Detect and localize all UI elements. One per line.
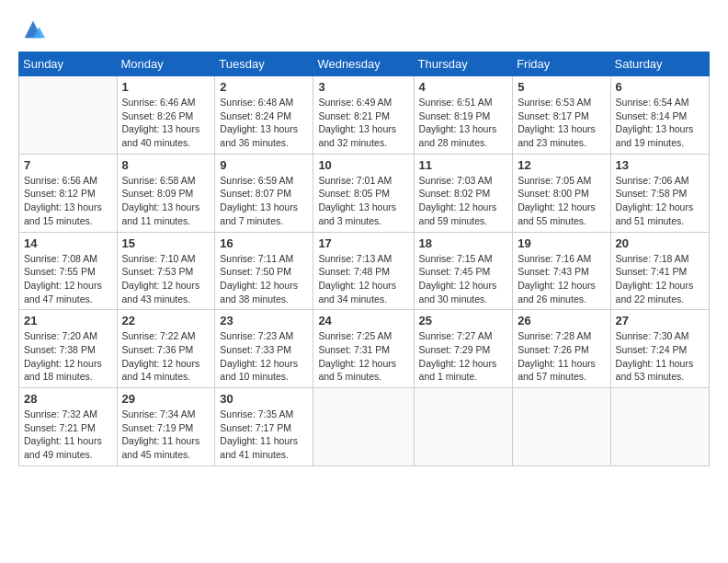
cell-info: Sunrise: 7:18 AMSunset: 7:41 PMDaylight:… bbox=[616, 252, 704, 306]
logo bbox=[18, 17, 46, 42]
calendar-cell: 6Sunrise: 6:54 AMSunset: 8:14 PMDaylight… bbox=[610, 76, 709, 155]
cell-date: 20 bbox=[616, 236, 704, 250]
cell-date: 3 bbox=[318, 80, 408, 94]
cell-info: Sunrise: 6:48 AMSunset: 8:24 PMDaylight:… bbox=[220, 96, 308, 150]
cell-date: 16 bbox=[220, 236, 308, 250]
calendar-header: SundayMondayTuesdayWednesdayThursdayFrid… bbox=[19, 52, 710, 76]
calendar-cell: 26Sunrise: 7:28 AMSunset: 7:26 PMDayligh… bbox=[513, 310, 610, 388]
cell-date: 29 bbox=[122, 392, 210, 406]
calendar-cell bbox=[610, 388, 709, 466]
calendar-cell: 4Sunrise: 6:51 AMSunset: 8:19 PMDaylight… bbox=[414, 76, 513, 155]
cell-info: Sunrise: 6:58 AMSunset: 8:09 PMDaylight:… bbox=[122, 174, 210, 228]
calendar-cell: 25Sunrise: 7:27 AMSunset: 7:29 PMDayligh… bbox=[414, 310, 513, 388]
cell-info: Sunrise: 7:06 AMSunset: 7:58 PMDaylight:… bbox=[616, 174, 704, 228]
cell-info: Sunrise: 7:22 AMSunset: 7:36 PMDaylight:… bbox=[122, 329, 210, 384]
day-header-tuesday: Tuesday bbox=[215, 52, 313, 76]
calendar-cell: 7Sunrise: 6:56 AMSunset: 8:12 PMDaylight… bbox=[19, 154, 118, 232]
cell-info: Sunrise: 7:27 AMSunset: 7:29 PMDaylight:… bbox=[419, 329, 508, 384]
calendar-cell: 29Sunrise: 7:34 AMSunset: 7:19 PMDayligh… bbox=[117, 388, 215, 466]
cell-date: 11 bbox=[419, 158, 508, 172]
cell-info: Sunrise: 7:23 AMSunset: 7:33 PMDaylight:… bbox=[220, 329, 308, 384]
calendar-cell: 24Sunrise: 7:25 AMSunset: 7:31 PMDayligh… bbox=[313, 310, 414, 388]
cell-date: 27 bbox=[616, 314, 704, 327]
cell-info: Sunrise: 6:46 AMSunset: 8:26 PMDaylight:… bbox=[122, 96, 210, 150]
week-row-2: 7Sunrise: 6:56 AMSunset: 8:12 PMDaylight… bbox=[19, 154, 710, 232]
days-of-week-row: SundayMondayTuesdayWednesdayThursdayFrid… bbox=[19, 52, 710, 76]
calendar-cell: 13Sunrise: 7:06 AMSunset: 7:58 PMDayligh… bbox=[610, 154, 709, 232]
calendar-cell: 28Sunrise: 7:32 AMSunset: 7:21 PMDayligh… bbox=[19, 388, 118, 466]
calendar-cell bbox=[513, 388, 610, 466]
cell-info: Sunrise: 7:08 AMSunset: 7:55 PMDaylight:… bbox=[24, 252, 112, 306]
calendar-cell: 16Sunrise: 7:11 AMSunset: 7:50 PMDayligh… bbox=[215, 232, 313, 310]
cell-date: 8 bbox=[122, 158, 210, 172]
calendar-cell: 1Sunrise: 6:46 AMSunset: 8:26 PMDaylight… bbox=[117, 76, 215, 155]
cell-info: Sunrise: 7:30 AMSunset: 7:24 PMDaylight:… bbox=[616, 329, 704, 384]
day-header-monday: Monday bbox=[117, 52, 215, 76]
cell-info: Sunrise: 7:20 AMSunset: 7:38 PMDaylight:… bbox=[24, 329, 112, 384]
cell-info: Sunrise: 7:11 AMSunset: 7:50 PMDaylight:… bbox=[220, 252, 308, 306]
calendar-cell: 14Sunrise: 7:08 AMSunset: 7:55 PMDayligh… bbox=[19, 232, 118, 310]
calendar-cell: 9Sunrise: 6:59 AMSunset: 8:07 PMDaylight… bbox=[215, 154, 313, 232]
cell-info: Sunrise: 7:01 AMSunset: 8:05 PMDaylight:… bbox=[318, 174, 408, 228]
calendar-cell bbox=[19, 76, 118, 155]
cell-date: 19 bbox=[518, 236, 605, 250]
calendar-cell: 20Sunrise: 7:18 AMSunset: 7:41 PMDayligh… bbox=[610, 232, 709, 310]
calendar-cell bbox=[313, 388, 414, 466]
cell-date: 7 bbox=[24, 158, 112, 172]
cell-date: 9 bbox=[220, 158, 308, 172]
day-header-sunday: Sunday bbox=[19, 52, 118, 76]
day-header-friday: Friday bbox=[513, 52, 610, 76]
cell-info: Sunrise: 7:13 AMSunset: 7:48 PMDaylight:… bbox=[318, 252, 408, 306]
cell-info: Sunrise: 7:05 AMSunset: 8:00 PMDaylight:… bbox=[518, 174, 605, 228]
cell-date: 4 bbox=[419, 80, 508, 94]
cell-info: Sunrise: 6:59 AMSunset: 8:07 PMDaylight:… bbox=[220, 174, 308, 228]
cell-info: Sunrise: 7:10 AMSunset: 7:53 PMDaylight:… bbox=[122, 252, 210, 306]
calendar-cell: 18Sunrise: 7:15 AMSunset: 7:45 PMDayligh… bbox=[414, 232, 513, 310]
week-row-4: 21Sunrise: 7:20 AMSunset: 7:38 PMDayligh… bbox=[19, 310, 710, 388]
cell-date: 2 bbox=[220, 80, 308, 94]
calendar-cell: 12Sunrise: 7:05 AMSunset: 8:00 PMDayligh… bbox=[513, 154, 610, 232]
cell-date: 28 bbox=[24, 392, 112, 406]
cell-info: Sunrise: 6:53 AMSunset: 8:17 PMDaylight:… bbox=[518, 96, 605, 150]
cell-date: 13 bbox=[616, 158, 704, 172]
cell-info: Sunrise: 7:25 AMSunset: 7:31 PMDaylight:… bbox=[318, 329, 408, 384]
cell-date: 6 bbox=[616, 80, 704, 94]
cell-date: 22 bbox=[122, 314, 210, 327]
cell-date: 12 bbox=[518, 158, 605, 172]
cell-date: 23 bbox=[220, 314, 308, 327]
week-row-3: 14Sunrise: 7:08 AMSunset: 7:55 PMDayligh… bbox=[19, 232, 710, 310]
cell-date: 14 bbox=[24, 236, 112, 250]
day-header-thursday: Thursday bbox=[414, 52, 513, 76]
calendar-cell: 10Sunrise: 7:01 AMSunset: 8:05 PMDayligh… bbox=[313, 154, 414, 232]
cell-date: 15 bbox=[122, 236, 210, 250]
cell-info: Sunrise: 6:56 AMSunset: 8:12 PMDaylight:… bbox=[24, 174, 112, 228]
calendar-cell: 8Sunrise: 6:58 AMSunset: 8:09 PMDaylight… bbox=[117, 154, 215, 232]
calendar-cell: 3Sunrise: 6:49 AMSunset: 8:21 PMDaylight… bbox=[313, 76, 414, 155]
cell-info: Sunrise: 7:35 AMSunset: 7:17 PMDaylight:… bbox=[220, 408, 308, 462]
day-header-saturday: Saturday bbox=[610, 52, 709, 76]
week-row-5: 28Sunrise: 7:32 AMSunset: 7:21 PMDayligh… bbox=[19, 388, 710, 466]
cell-info: Sunrise: 7:32 AMSunset: 7:21 PMDaylight:… bbox=[24, 408, 112, 462]
cell-date: 24 bbox=[318, 314, 408, 327]
calendar-cell: 15Sunrise: 7:10 AMSunset: 7:53 PMDayligh… bbox=[117, 232, 215, 310]
cell-info: Sunrise: 7:28 AMSunset: 7:26 PMDaylight:… bbox=[518, 329, 605, 384]
cell-info: Sunrise: 7:03 AMSunset: 8:02 PMDaylight:… bbox=[419, 174, 508, 228]
calendar-cell: 22Sunrise: 7:22 AMSunset: 7:36 PMDayligh… bbox=[117, 310, 215, 388]
cell-info: Sunrise: 6:54 AMSunset: 8:14 PMDaylight:… bbox=[616, 96, 704, 150]
cell-date: 10 bbox=[318, 158, 408, 172]
calendar-cell: 23Sunrise: 7:23 AMSunset: 7:33 PMDayligh… bbox=[215, 310, 313, 388]
cell-date: 26 bbox=[518, 314, 605, 327]
calendar-body: 1Sunrise: 6:46 AMSunset: 8:26 PMDaylight… bbox=[19, 76, 710, 466]
cell-date: 5 bbox=[518, 80, 605, 94]
cell-date: 1 bbox=[122, 80, 210, 94]
cell-info: Sunrise: 7:16 AMSunset: 7:43 PMDaylight:… bbox=[518, 252, 605, 306]
cell-date: 25 bbox=[419, 314, 508, 327]
cell-info: Sunrise: 6:51 AMSunset: 8:19 PMDaylight:… bbox=[419, 96, 508, 150]
cell-date: 21 bbox=[24, 314, 112, 327]
page: SundayMondayTuesdayWednesdayThursdayFrid… bbox=[0, 0, 728, 563]
cell-date: 30 bbox=[220, 392, 308, 406]
calendar-cell: 19Sunrise: 7:16 AMSunset: 7:43 PMDayligh… bbox=[513, 232, 610, 310]
calendar-cell: 21Sunrise: 7:20 AMSunset: 7:38 PMDayligh… bbox=[19, 310, 118, 388]
calendar-cell: 5Sunrise: 6:53 AMSunset: 8:17 PMDaylight… bbox=[513, 76, 610, 155]
header bbox=[18, 17, 710, 42]
